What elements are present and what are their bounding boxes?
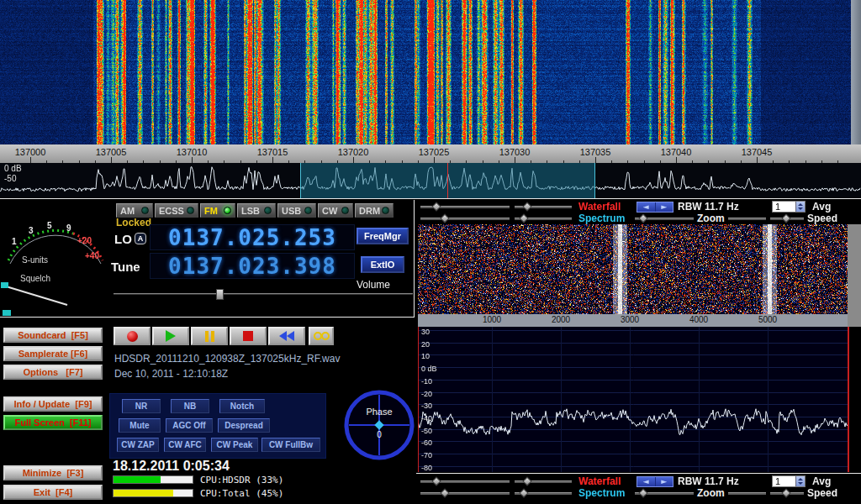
cw-fullbw-button[interactable]: CW FullBw: [261, 438, 320, 452]
arrow-left-icon[interactable]: ◄: [637, 477, 656, 486]
arrow-right-icon[interactable]: ►: [656, 202, 673, 212]
stop-icon: [243, 331, 253, 341]
zoom-label-bottom: Zoom: [694, 487, 728, 499]
info-update-button[interactable]: Info / Update [F9]: [3, 396, 103, 412]
pause-button[interactable]: [191, 327, 228, 345]
cw-afc-button[interactable]: CW AFC: [164, 438, 206, 452]
zoom-thumb-top[interactable]: [638, 213, 647, 223]
zoom-thumb-bottom[interactable]: [638, 488, 647, 497]
soundcard-button[interactable]: Soundcard [F5]: [3, 328, 103, 343]
right-panel-divider: [416, 473, 861, 474]
cpu-hdsdr-text: CPU:HDSDR (33%): [200, 475, 283, 486]
ruler-frequency-label: 137035: [573, 147, 618, 157]
waterfall-brightness-thumb-bottom[interactable]: [431, 476, 441, 486]
squelch-indicator[interactable]: [3, 310, 11, 316]
volume-thumb[interactable]: [216, 289, 224, 300]
full-screen-button[interactable]: Full Screen [F11]: [3, 415, 103, 430]
cw-peak-button[interactable]: CW Peak: [211, 438, 258, 452]
rewind-icon: [279, 331, 294, 341]
spectrum-brightness-thumb-bottom[interactable]: [440, 488, 449, 497]
ruler-frequency-label: 137045: [734, 147, 779, 157]
volume-slider[interactable]: [114, 289, 413, 300]
spectrum-brightness-track-top[interactable]: [420, 218, 510, 220]
dsp-panel: NRNBNotchMuteAGC OffDespreadCW ZAPCW AFC…: [109, 393, 326, 459]
avg-select-top[interactable]: 1: [772, 201, 806, 213]
audio-spectrum-display[interactable]: 3020100 dB-10-20-30-40-50-60-70-80: [418, 327, 849, 472]
tune-frequency-display[interactable]: 0137.023.398: [150, 253, 355, 279]
play-icon: [166, 330, 176, 342]
mode-led-icon: [341, 207, 349, 214]
spectrum-brightness-thumb-top[interactable]: [440, 213, 449, 223]
spectrum-contrast-thumb-top[interactable]: [519, 213, 528, 223]
cpu-total-text: CPU:Total (45%): [200, 488, 283, 499]
avg-select-spinner-icon[interactable]: [795, 202, 805, 212]
audio-freq-label: 3000: [613, 315, 647, 324]
db-scale-label: 10: [421, 352, 430, 360]
smeter-tick-plus40: +40: [85, 251, 99, 260]
ruler-frequency-label: 137030: [492, 147, 537, 157]
avg-select-value: 1: [773, 202, 795, 212]
nr-button[interactable]: NR: [122, 399, 161, 413]
mode-fm-button[interactable]: FM: [200, 203, 235, 218]
shift-arrows-bottom[interactable]: ◄►: [637, 476, 673, 487]
ruler-frequency-label: 137025: [411, 147, 457, 157]
speed-thumb-top[interactable]: [781, 213, 790, 223]
extio-button[interactable]: ExtIO: [361, 256, 404, 273]
rf-spectrum-display[interactable]: 0 dB -50: [0, 163, 861, 198]
db-scale-label: -20: [421, 390, 432, 398]
mode-usb-button[interactable]: USB: [277, 203, 316, 218]
record-button[interactable]: [114, 327, 151, 345]
tune-frequency-value[interactable]: 0137.023.398: [168, 254, 336, 279]
freqmgr-button[interactable]: FreqMgr: [357, 228, 409, 244]
audio-waterfall-display[interactable]: [418, 224, 848, 314]
waterfall-contrast-thumb-top[interactable]: [522, 202, 531, 211]
speed-thumb-bottom[interactable]: [781, 488, 790, 497]
play-button[interactable]: [152, 327, 189, 345]
rbw-label-bottom: RBW 11.7 Hz: [678, 475, 739, 487]
db-scale-label: -40: [421, 414, 432, 423]
db-scale-label: -70: [421, 451, 432, 459]
options-button[interactable]: Options [F7]: [3, 365, 103, 380]
avg-select-value: 1: [773, 476, 795, 486]
arrow-right-icon[interactable]: ►: [656, 477, 673, 486]
notch-button[interactable]: Notch: [219, 399, 265, 413]
nb-button[interactable]: NB: [171, 399, 209, 413]
audio-frequency-axis: 10002000300040005000: [418, 314, 848, 327]
arrow-left-icon[interactable]: ◄: [637, 202, 656, 212]
smeter-tick-1: 1: [12, 237, 17, 246]
minimize-button[interactable]: Minimize [F3]: [3, 465, 103, 480]
loop-button[interactable]: [309, 327, 334, 345]
smeter-tick-9: 9: [66, 223, 71, 233]
mode-lsb-button[interactable]: LSB: [237, 203, 276, 218]
mode-am-button[interactable]: AM: [116, 203, 153, 218]
spectrum-contrast-thumb-bottom[interactable]: [519, 488, 528, 497]
samplerate-button[interactable]: Samplerate [F6]: [3, 346, 103, 361]
audio-freq-label: 4000: [682, 315, 716, 324]
waterfall-contrast-thumb-bottom[interactable]: [522, 476, 531, 486]
record-icon: [127, 331, 138, 342]
rf-waterfall-display[interactable]: [0, 0, 861, 144]
mute-button[interactable]: Mute: [119, 418, 161, 433]
rewind-button[interactable]: [268, 327, 305, 345]
volume-track[interactable]: [114, 293, 413, 295]
cw-zap-button[interactable]: CW ZAP: [117, 438, 159, 452]
waterfall-brightness-thumb-top[interactable]: [431, 202, 441, 211]
agc-off-button[interactable]: AGC Off: [166, 418, 213, 433]
mode-ecss-button[interactable]: ECSS: [155, 203, 198, 218]
phase-value: 0: [342, 430, 416, 439]
lo-frequency-display[interactable]: 0137.025.253: [150, 224, 355, 250]
smeter-tick-plus20: +20: [77, 236, 92, 245]
vfo-a-button[interactable]: A: [135, 233, 146, 244]
frequency-ruler[interactable]: 1370001370051370101370151370201370251370…: [0, 144, 861, 163]
mode-drm-button[interactable]: DRM: [355, 203, 394, 218]
avg-select-bottom[interactable]: 1: [772, 475, 806, 487]
stop-button[interactable]: [230, 327, 267, 345]
shift-arrows-top[interactable]: ◄►: [637, 202, 673, 213]
mode-cw-button[interactable]: CW: [318, 203, 353, 218]
phase-label: Phase: [342, 407, 416, 417]
exit-button[interactable]: Exit [F4]: [3, 485, 103, 500]
spectrum-brightness-track-bottom[interactable]: [420, 492, 510, 495]
avg-select-spinner-icon[interactable]: [795, 476, 805, 486]
lo-frequency-value[interactable]: 0137.025.253: [168, 225, 336, 250]
despread-button[interactable]: Despread: [218, 418, 270, 433]
